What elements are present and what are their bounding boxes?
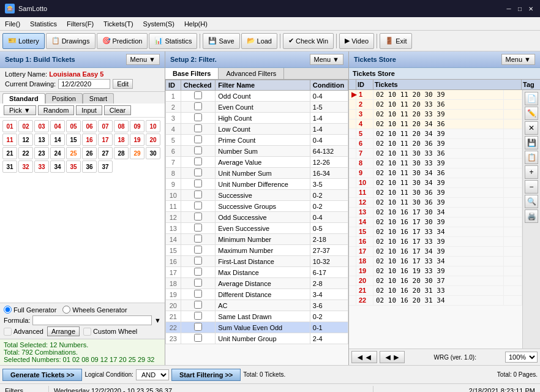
zoom-select[interactable]: 100% 75% 125% [505,352,538,363]
num-06[interactable]: 06 [82,120,97,132]
ticket-row[interactable]: 14 02 10 16 17 30 39 [349,217,522,227]
sidebar-icon-3[interactable]: ✕ [525,121,538,135]
toolbar-statistics[interactable]: 📊 Statistics [149,33,197,49]
ticket-row[interactable]: 6 02 10 11 20 36 39 [349,139,522,149]
toolbar-load[interactable]: 📂 Load [241,33,277,49]
ticket-row[interactable]: 15 02 10 16 17 33 34 [349,227,522,237]
custom-wheel-checkbox[interactable] [83,328,91,336]
filter-row[interactable]: 12 Odd Successive 0-4 [166,212,348,223]
tab-standard[interactable]: Standard [2,93,45,104]
menu-statistics[interactable]: Statistics [25,17,62,30]
ticket-row[interactable]: 3 02 10 11 20 33 39 [349,110,522,119]
toolbar-prediction[interactable]: 🎯 Prediction [97,33,148,49]
logical-condition-select[interactable]: AND OR [136,369,169,380]
filter-row[interactable]: 10 Successive 0-2 [166,190,348,201]
filter-row[interactable]: 13 Even Successive 0-5 [166,223,348,234]
filter-row[interactable]: 20 AC 3-6 [166,300,348,311]
num-04[interactable]: 04 [50,120,65,132]
filter-checked[interactable] [181,267,216,278]
filter-row[interactable]: 21 Same Last Drawn 0-2 [166,311,348,322]
toolbar-lottery[interactable]: 🎫 Lottery [2,33,45,49]
num-13[interactable]: 13 [34,134,49,146]
pick-button[interactable]: Pick ▼ [4,105,36,115]
filter-row[interactable]: 14 Minimum Number 2-18 [166,234,348,245]
filter-row[interactable]: 11 Successive Groups 0-2 [166,201,348,212]
num-37[interactable]: 37 [98,160,113,173]
filter-checked[interactable] [181,245,216,256]
filter-checked[interactable] [181,113,216,124]
num-26[interactable]: 26 [82,147,97,159]
formula-input[interactable] [32,315,152,325]
num-32[interactable]: 32 [18,160,33,173]
maximize-button[interactable]: □ [516,4,524,13]
ticket-row[interactable]: 5 02 10 11 20 34 39 [349,129,522,139]
num-27[interactable]: 27 [98,147,113,159]
num-17[interactable]: 17 [98,134,113,146]
nav-prev[interactable]: ◄► [380,351,405,363]
sidebar-icon-8[interactable]: 🔍 [525,195,538,208]
full-generator-radio[interactable] [4,306,12,314]
num-30[interactable]: 30 [146,147,160,159]
num-12[interactable]: 12 [18,134,33,146]
num-19[interactable]: 19 [130,134,144,146]
random-button[interactable]: Random [38,105,75,115]
filter-row[interactable]: 4 Low Count 1-4 [166,124,348,135]
toolbar-save[interactable]: 💾 Save [203,33,239,49]
ticket-row[interactable]: 18 02 10 16 17 33 34 [349,257,522,266]
sidebar-icon-5[interactable]: 📋 [525,151,538,164]
filter-checked[interactable] [181,322,216,333]
edit-button[interactable]: Edit [113,79,133,89]
sidebar-icon-4[interactable]: 💾 [525,136,538,149]
filter-row[interactable]: 9 Unit Number Difference 3-5 [166,179,348,190]
filter-row[interactable]: 5 Prime Count 0-4 [166,135,348,146]
num-22[interactable]: 22 [18,147,33,159]
num-01[interactable]: 01 [2,120,17,132]
wheels-generator-radio[interactable] [62,306,70,314]
filter-row[interactable]: 6 Number Sum 64-132 [166,146,348,157]
num-25[interactable]: 25 [66,147,81,159]
middle-panel-menu[interactable]: Menu ▼ [310,54,343,65]
filter-checked[interactable] [181,135,216,146]
filter-checked[interactable] [181,124,216,135]
filter-checked[interactable] [181,201,216,212]
toolbar-drawings[interactable]: 📋 Drawings [46,33,96,49]
toolbar-checkwin[interactable]: ✔ Check Win [283,33,334,49]
filter-checked[interactable] [181,168,216,179]
menu-system[interactable]: System(S) [138,17,179,30]
ticket-row[interactable]: 4 02 10 11 20 34 36 [349,119,522,129]
num-28[interactable]: 28 [114,147,129,159]
filter-checked[interactable] [181,289,216,300]
ticket-row[interactable]: 16 02 10 16 17 33 39 [349,237,522,247]
num-23[interactable]: 23 [34,147,49,159]
filter-row[interactable]: 8 Unit Number Sum 16-34 [166,168,348,179]
num-11[interactable]: 11 [2,134,17,146]
tab-position[interactable]: Position [45,93,83,104]
ticket-row[interactable]: 10 02 10 11 30 34 39 [349,178,522,188]
filter-row[interactable]: 17 Max Distance 6-17 [166,267,348,278]
filter-row[interactable]: 19 Different Distance 3-4 [166,289,348,300]
nav-first[interactable]: ◄◄ [351,351,377,363]
sidebar-icon-7[interactable]: − [525,180,538,194]
ticket-row[interactable]: 2 02 10 11 20 33 36 [349,100,522,110]
filter-row[interactable]: 7 Average Value 12-26 [166,157,348,168]
ticket-row[interactable]: 8 02 10 11 30 33 39 [349,159,522,168]
menu-file[interactable]: File() [0,17,25,30]
ticket-row[interactable]: 19 02 10 16 19 33 39 [349,266,522,276]
num-31[interactable]: 31 [2,160,17,173]
close-button[interactable]: ✕ [527,4,535,13]
tickets-panel-menu[interactable]: Menu ▼ [501,54,535,65]
ticket-row[interactable]: 9 02 10 11 30 34 36 [349,168,522,178]
ticket-row[interactable]: 12 02 10 11 30 36 39 [349,198,522,208]
filter-row[interactable]: 3 High Count 1-4 [166,113,348,124]
toolbar-exit[interactable]: 🚪 Exit [380,33,412,49]
tab-advanced-filters[interactable]: Advanced Filters [219,68,284,79]
num-10[interactable]: 10 [146,120,160,132]
num-15[interactable]: 15 [66,134,81,146]
num-05[interactable]: 05 [66,120,81,132]
menu-tickets[interactable]: Tickets(T) [99,17,138,30]
menu-filters[interactable]: Filters(F) [62,17,99,30]
num-09[interactable]: 09 [130,120,144,132]
ticket-row[interactable]: 13 02 10 16 17 30 34 [349,208,522,217]
filter-checked[interactable] [181,179,216,190]
full-generator-option[interactable]: Full Generator [4,306,56,314]
